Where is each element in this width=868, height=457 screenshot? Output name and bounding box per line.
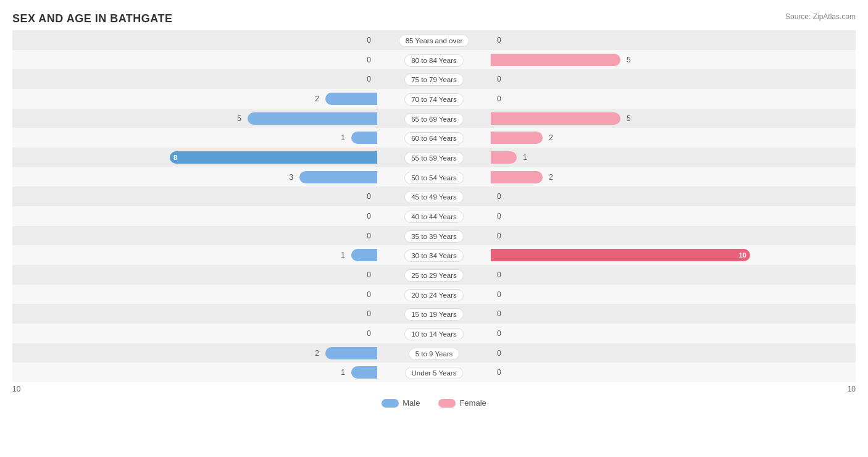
female-value: 2 <box>549 133 561 142</box>
right-bar-container: 0 <box>490 366 856 379</box>
row-label: 35 to 39 Years <box>378 230 490 241</box>
row-label: 30 to 34 Years <box>378 249 490 261</box>
chart-title: SEX AND AGE IN BATHGATE <box>12 12 856 25</box>
male-value: 3 <box>281 173 293 182</box>
row-label: Under 5 Years <box>378 367 490 378</box>
male-value: 2 <box>307 94 319 103</box>
chart-row: 020 to 24 Years0 <box>12 285 856 304</box>
right-bar-container: 0 <box>490 288 856 301</box>
row-label: 55 to 59 Years <box>378 152 490 163</box>
chart-row: 565 to 69 Years5 <box>12 109 856 128</box>
label-pill: 45 to 49 Years <box>405 191 463 203</box>
row-label: 65 to 69 Years <box>378 113 490 124</box>
female-bar <box>491 54 620 66</box>
left-bar-container: 0 <box>12 269 378 281</box>
chart-row: 040 to 44 Years0 <box>12 206 856 226</box>
female-bar <box>491 151 517 164</box>
female-value: 0 <box>497 270 509 279</box>
label-pill: Under 5 Years <box>406 367 463 379</box>
row-label: 15 to 19 Years <box>378 308 490 319</box>
right-bar-container: 5 <box>490 112 856 125</box>
left-bar-container: 8 <box>12 151 378 164</box>
female-value: 0 <box>497 212 509 220</box>
female-bar <box>491 171 543 183</box>
left-bar-container: 0 <box>12 190 378 203</box>
chart-row: 350 to 54 Years2 <box>12 167 856 187</box>
left-bar-container: 0 <box>12 230 378 242</box>
male-bar: 8 <box>170 151 377 164</box>
left-bar-container: 0 <box>12 73 378 85</box>
row-label: 60 to 64 Years <box>378 132 490 143</box>
left-bar-container: 1 <box>12 249 378 261</box>
right-bar-container: 0 <box>490 347 856 359</box>
right-bar-container: 0 <box>490 210 856 222</box>
chart-row: 270 to 74 Years0 <box>12 89 856 109</box>
male-value: 0 <box>359 309 371 318</box>
male-value: 5 <box>229 114 241 123</box>
chart-row: 025 to 29 Years0 <box>12 265 856 285</box>
bottom-legend: Male Female <box>12 398 856 408</box>
row-label: 5 to 9 Years <box>378 348 490 359</box>
right-bar-container: 2 <box>490 171 856 183</box>
right-bar-container: 0 <box>490 327 856 340</box>
chart-row: 045 to 49 Years0 <box>12 187 856 206</box>
male-color-swatch <box>382 399 399 408</box>
right-bar-container: 0 <box>490 230 856 242</box>
male-value: 0 <box>359 212 371 220</box>
label-pill: 65 to 69 Years <box>405 114 463 125</box>
female-value: 5 <box>627 56 639 64</box>
male-value: 0 <box>359 36 371 44</box>
female-value: 0 <box>497 75 509 83</box>
male-value: 1 <box>333 368 345 377</box>
row-label: 25 to 29 Years <box>378 269 490 280</box>
chart-row: 1Under 5 Years0 <box>12 363 856 382</box>
female-value: 0 <box>497 232 509 240</box>
female-value: 0 <box>497 290 509 299</box>
chart-area: 085 Years and over0080 to 84 Years5075 t… <box>12 30 856 407</box>
row-label: 70 to 74 Years <box>378 93 490 104</box>
source-text: Source: ZipAtlas.com <box>785 12 856 21</box>
right-bar-container: 10 <box>490 249 856 261</box>
left-bar-container: 0 <box>12 210 378 222</box>
male-value: 0 <box>359 192 371 201</box>
label-pill: 55 to 59 Years <box>405 153 463 164</box>
female-value: 2 <box>549 173 561 182</box>
female-value: 0 <box>497 94 509 103</box>
left-bar-container: 5 <box>12 112 378 125</box>
female-bar <box>491 112 620 125</box>
row-label: 45 to 49 Years <box>378 191 490 202</box>
label-pill: 30 to 34 Years <box>405 250 463 261</box>
row-label: 50 to 54 Years <box>378 172 490 183</box>
row-label: 10 to 14 Years <box>378 328 490 339</box>
row-label: 80 to 84 Years <box>378 54 490 65</box>
male-bar <box>351 366 377 379</box>
left-bar-container: 0 <box>12 34 378 46</box>
right-bar-container: 0 <box>490 190 856 203</box>
label-pill: 40 to 44 Years <box>405 211 463 222</box>
female-value: 0 <box>497 36 509 44</box>
female-value: 0 <box>497 309 509 318</box>
female-value: 0 <box>497 329 509 338</box>
male-bar <box>351 132 377 144</box>
male-value: 1 <box>333 251 345 259</box>
chart-row: 25 to 9 Years0 <box>12 343 856 363</box>
male-bar <box>299 171 377 183</box>
label-pill: 60 to 64 Years <box>405 133 463 144</box>
chart-row: 010 to 14 Years0 <box>12 324 856 343</box>
right-bar-container: 2 <box>490 132 856 144</box>
label-pill: 80 to 84 Years <box>405 55 463 66</box>
female-bar: 10 <box>491 249 750 261</box>
label-pill: 85 Years and over <box>399 35 469 46</box>
legend-female: Female <box>438 398 486 408</box>
left-bar-container: 1 <box>12 366 378 379</box>
male-value: 0 <box>359 232 371 240</box>
left-bar-container: 2 <box>12 93 378 105</box>
left-bar-container: 2 <box>12 347 378 359</box>
axis-right: 10 <box>848 385 856 393</box>
label-pill: 20 to 24 Years <box>405 290 463 301</box>
chart-row: 160 to 64 Years2 <box>12 128 856 148</box>
row-label: 40 to 44 Years <box>378 211 490 222</box>
left-bar-container: 3 <box>12 171 378 183</box>
label-pill: 5 to 9 Years <box>409 348 459 359</box>
male-label: Male <box>403 398 420 408</box>
